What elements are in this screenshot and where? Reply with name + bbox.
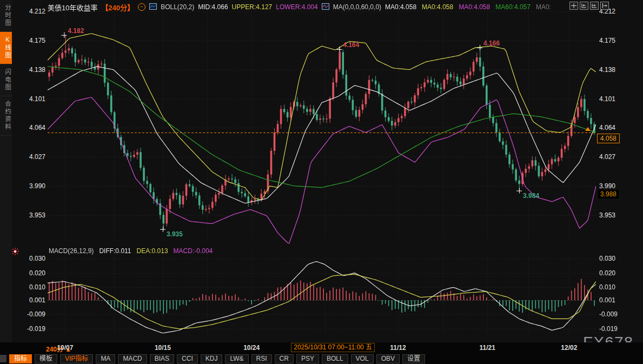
price-axis-label-left: 3.990	[11, 182, 45, 190]
toolbar-button-设置[interactable]: 设置	[402, 354, 425, 363]
toolbar-button-KDJ[interactable]: KDJ	[201, 354, 223, 363]
toolbar-button-CCI[interactable]: CCI	[177, 354, 198, 363]
macd-axis-label-right: 0.030	[599, 255, 615, 262]
price-axis-label-left: 4.138	[11, 66, 45, 74]
symbol-title: 美债10年收益率	[48, 2, 97, 12]
price-axis-label-right: 4.175	[599, 37, 615, 44]
indicator-toolbar: 指标模板VIP指标MAMACDBIASCCIKDJLW&RSICRPSYBOLL…	[0, 353, 643, 364]
time-axis: 240分 ▲ 2025/10/31 07:00~11:00 五 10/0710/…	[0, 342, 643, 353]
toolbar-button-指标[interactable]: 指标	[9, 354, 32, 363]
trading-app-window: 分时图K线图闪电图合约资料 美债10年收益率 【240分】 − BOLL(20,…	[0, 0, 643, 364]
boll-lower-value: LOWER:4.004	[276, 3, 317, 11]
ma-values: MA0:4.058MA0:4.058MA0:4.058MA60:4.057MA0…	[385, 3, 551, 11]
sidebar-tab-闪电图[interactable]: 闪电图	[0, 64, 12, 96]
ma-params-label: MA(0,0,0,60,0,0)	[333, 3, 381, 11]
price-axis-label-left: 4.175	[11, 37, 45, 44]
time-tick-10/15: 10/15	[155, 344, 171, 352]
macd-dea-value: DEA:0.013	[137, 247, 168, 255]
time-tick-10/07: 10/07	[57, 344, 73, 352]
extreme-annotation-3.984: 3.984	[523, 192, 539, 200]
scale-left-icon[interactable]	[580, 2, 588, 10]
sidebar-tab-合约资料[interactable]: 合约资料	[0, 96, 12, 136]
macd-axis-label-left: 0.020	[11, 269, 45, 277]
boll-mid-value: MID:4.066	[198, 3, 228, 11]
time-tick-11/12: 11/12	[390, 344, 406, 352]
collapse-icon[interactable]: −	[138, 3, 145, 11]
toolbar-button-CR[interactable]: CR	[275, 354, 294, 363]
chart-tool-icons	[569, 2, 609, 10]
main-price-chart[interactable]	[48, 4, 596, 246]
boll-upper-value: UPPER:4.127	[232, 3, 273, 11]
chart-header: 美债10年收益率 【240分】 − BOLL(20,2) MID:4.066 U…	[48, 2, 551, 12]
price-axis-label-right: 4.101	[599, 95, 615, 103]
price-axis-label-left: 4.064	[11, 124, 45, 131]
macd-axis-label-right: 0.020	[599, 269, 615, 277]
extreme-annotation-3.935: 3.935	[167, 230, 183, 238]
price-axis-label-left: 4.101	[11, 95, 45, 103]
boll-indicator-icon	[149, 3, 157, 11]
selected-bar-timestamp: 2025/10/31 07:00~11:00 五	[291, 343, 375, 352]
toolbar-button-MACD[interactable]: MACD	[118, 354, 147, 363]
time-tick-11/21: 11/21	[480, 344, 495, 352]
toolbar-button-VIP指标[interactable]: VIP指标	[60, 354, 93, 363]
price-axis-label-right: 3.990	[599, 182, 615, 190]
scale-right-icon[interactable]	[590, 2, 599, 10]
macd-indicator-chart[interactable]	[48, 246, 596, 342]
toolbar-button-MA[interactable]: MA	[96, 354, 115, 363]
macd-axis-label-right: 0.010	[599, 283, 615, 291]
price-axis-label-left: 4.027	[11, 153, 45, 161]
macd-header: MACD(26,12,9) DIFF:0.011 DEA:0.013 MACD:…	[49, 247, 213, 255]
macd-params-label: MACD(26,12,9)	[49, 247, 94, 255]
macd-axis-label-left: 0.001	[11, 296, 45, 304]
macd-axis-label-right: 0.001	[599, 296, 615, 304]
sidebar: 分时图K线图闪电图合约资料	[0, 0, 12, 342]
price-axis-label-right: 4.138	[599, 66, 615, 74]
ma-value-label: MA0:	[536, 3, 551, 11]
macd-macd-value: MACD:-0.004	[174, 247, 213, 255]
macd-axis-label-left: 0.010	[11, 283, 45, 291]
price-axis-label-right: 4.064	[599, 124, 615, 131]
current-price-badge: 4.058	[597, 134, 620, 143]
ma-indicator-icon	[322, 3, 329, 11]
time-tick-10/24: 10/24	[243, 344, 260, 352]
current-price-arrow-icon	[585, 127, 591, 131]
extreme-annotation-4.182: 4.182	[68, 27, 84, 35]
macd-axis-label-left: -0.009	[11, 310, 45, 318]
boll-params-label: BOLL(20,2)	[161, 3, 194, 11]
move-tool-icon[interactable]	[569, 2, 578, 10]
toolbar-button-模板[interactable]: 模板	[35, 354, 57, 363]
macd-axis-label-right: -0.009	[599, 310, 618, 318]
extreme-annotation-4.166: 4.166	[483, 39, 500, 47]
toolbar-button-PSY[interactable]: PSY	[296, 354, 319, 363]
ma-value-label: MA0:4.058	[385, 3, 416, 11]
toolbar-button-LW&[interactable]: LW&	[225, 354, 248, 363]
go-to-latest-icon[interactable]	[600, 2, 609, 10]
ma-value-label: MA0:4.058	[422, 3, 453, 11]
reference-price-badge: 3.988	[598, 190, 619, 198]
price-axis-label-left: 3.953	[11, 211, 45, 219]
macd-axis-label-right: -0.019	[599, 325, 618, 333]
price-axis-label-right: 3.953	[599, 211, 615, 219]
toolbar-corner-chip	[0, 355, 6, 362]
toolbar-button-VOL[interactable]: VOL	[351, 354, 374, 363]
time-tick-12/02: 12/02	[561, 344, 577, 352]
price-axis-label-right: 4.027	[599, 153, 615, 161]
extreme-annotation-4.164: 4.164	[343, 41, 359, 49]
macd-diff-value: DIFF:0.011	[99, 247, 131, 255]
ma-value-label: MA60:4.057	[495, 3, 531, 11]
ma-value-label: MA0:4.058	[459, 3, 490, 11]
sidebar-tab-K线图[interactable]: K线图	[0, 32, 12, 64]
price-axis-label-left: 4.212	[11, 8, 45, 15]
macd-axis-label-left: -0.019	[11, 325, 45, 333]
macd-marker-icon	[11, 248, 19, 257]
period-label: 【240分】	[101, 2, 134, 12]
toolbar-button-OBV[interactable]: OBV	[376, 354, 400, 363]
sidebar-tab-分时图[interactable]: 分时图	[0, 0, 12, 32]
toolbar-button-RSI[interactable]: RSI	[251, 354, 272, 363]
toolbar-button-BIAS[interactable]: BIAS	[150, 354, 174, 363]
toolbar-button-BOLL[interactable]: BOLL	[322, 354, 348, 363]
